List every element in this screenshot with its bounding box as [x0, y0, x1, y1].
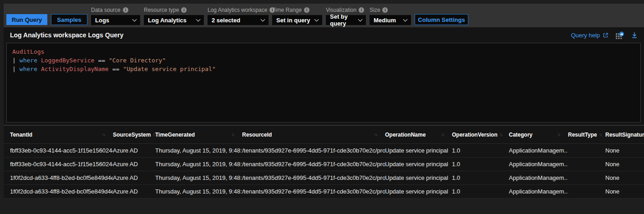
size-label: Size i	[370, 7, 411, 13]
column-header-label: OperationVersion	[452, 132, 497, 138]
results-table: TenantId↑↓SourceSystem↑↓TimeGenerated↑↓R…	[4, 125, 644, 199]
sort-icon: ↑↓	[439, 132, 444, 137]
sort-icon: ↑↓	[372, 132, 377, 137]
time-range-dropdown[interactable]: Set in query	[272, 15, 322, 25]
code-table-name: AuditLogs	[12, 48, 44, 55]
table-row: fbff33eb-0c93-4144-acc5-1f15e1560244Azur…	[4, 158, 644, 171]
code-line-1: AuditLogs	[12, 47, 640, 56]
chevron-down-icon	[261, 17, 265, 21]
table-row: 1f0f2dcd-a633-4ff8-b2ed-bc0f5e849d4eAzur…	[4, 171, 644, 185]
table-cell: 1.0	[452, 188, 509, 195]
query-panel-title: Log Analytics workspace Logs Query	[10, 31, 123, 39]
download-icon[interactable]	[631, 32, 638, 39]
visualization-label-text: Visualization	[326, 7, 356, 13]
data-source-label: Data source i	[91, 7, 140, 13]
info-icon[interactable]: i	[359, 7, 364, 13]
workspace-value: 2 selected	[212, 17, 240, 24]
column-header-resultsignature[interactable]: ResultSignature↑↓	[605, 132, 644, 138]
info-icon[interactable]: i	[382, 7, 388, 13]
data-source-dropdown[interactable]: Logs	[91, 15, 140, 25]
table-cell: ApplicationManagem...	[509, 188, 568, 195]
code-field: ActivityDisplayName	[41, 66, 109, 72]
samples-button[interactable]: Samples	[51, 14, 87, 25]
sort-icon: ↑↓	[151, 132, 155, 137]
table-cell: Thursday, August 15, 2019, 9:48:...	[155, 174, 242, 181]
table-row: fbff33eb-0c93-4144-acc5-1f15e1560244Azur…	[4, 144, 644, 158]
table-cell: None	[605, 161, 644, 168]
data-source-value: Logs	[95, 17, 109, 24]
column-header-timegenerated[interactable]: TimeGenerated↑↓	[155, 132, 242, 138]
table-cell: ApplicationManagem...	[509, 147, 568, 154]
column-header-category[interactable]: Category↑↓	[509, 132, 568, 138]
size-field: Size i Medium	[370, 7, 411, 25]
table-cell: Azure AD	[113, 161, 155, 168]
table-cell: ApplicationManagem...	[509, 161, 568, 168]
query-panel-header: Log Analytics workspace Logs Query Query…	[4, 27, 644, 43]
chevron-down-icon	[403, 17, 408, 21]
column-header-label: OperationName	[385, 132, 426, 138]
code-operator: ==	[112, 66, 120, 72]
table-cell: /tenants/935d927e-6995-4dd5-971f-cde3c0b…	[242, 161, 385, 168]
table-cell: Thursday, August 15, 2019, 9:48:...	[155, 147, 242, 154]
code-string: "Update service principal"	[123, 66, 216, 72]
resource-type-label: Resource type i	[144, 7, 204, 13]
column-header-label: TenantId	[10, 132, 32, 138]
info-icon[interactable]: i	[181, 7, 187, 13]
table-cell: Thursday, August 15, 2019, 9:48:...	[155, 161, 242, 168]
query-help-link[interactable]: Query help	[571, 32, 609, 39]
resource-type-field: Resource type i Log Analytics	[144, 7, 204, 25]
resource-type-label-text: Resource type	[144, 7, 179, 13]
time-range-label-text: Time Range	[272, 7, 302, 13]
visualization-field: Visualization i Set by query	[326, 7, 366, 25]
code-operator: ==	[98, 57, 105, 64]
chevron-down-icon	[132, 17, 137, 21]
resource-type-dropdown[interactable]: Log Analytics	[144, 15, 204, 25]
column-header-resourceid[interactable]: ResourceId↑↓	[242, 132, 385, 138]
table-cell: ApplicationManagem...	[509, 174, 568, 181]
code-line-2: |whereLoggedByService=="Core Directory"	[12, 56, 640, 65]
size-dropdown[interactable]: Medium	[370, 15, 411, 25]
sort-icon: ↑↓	[497, 132, 502, 137]
workspace-dropdown[interactable]: 2 selected	[208, 15, 269, 25]
column-header-resulttype[interactable]: ResultType↑↓	[568, 132, 605, 138]
table-cell: 1.0	[452, 161, 509, 168]
data-source-label-text: Data source	[91, 7, 121, 13]
time-range-label: Time Range i	[272, 7, 322, 13]
column-header-label: Category	[509, 132, 532, 138]
column-header-label: SourceSystem	[113, 132, 151, 138]
column-header-sourcesystem[interactable]: SourceSystem↑↓	[113, 132, 155, 138]
kql-query-editor[interactable]: AuditLogs |whereLoggedByService=="Core D…	[6, 43, 641, 122]
workspace-label-text: Log Analytics workspace	[208, 7, 267, 13]
table-body: fbff33eb-0c93-4144-acc5-1f15e1560244Azur…	[4, 144, 644, 199]
table-cell: fbff33eb-0c93-4144-acc5-1f15e1560244	[10, 161, 113, 168]
table-cell: /tenants/935d927e-6995-4dd5-971f-cde3c0b…	[242, 188, 385, 195]
resource-type-value: Log Analytics	[148, 17, 187, 24]
column-header-operationversion[interactable]: OperationVersion↑↓	[452, 132, 509, 138]
table-cell: Azure AD	[113, 188, 155, 195]
column-settings-button[interactable]: Column Settings	[415, 14, 468, 25]
column-header-label: TimeGenerated	[155, 132, 195, 138]
column-header-label: ResourceId	[242, 132, 272, 138]
run-query-button[interactable]: Run Query	[6, 14, 47, 25]
size-value: Medium	[374, 17, 396, 24]
data-source-field: Data source i Logs	[91, 7, 140, 25]
table-cell: 1f0f2dcd-a633-4ff8-b2ed-bc0f5e849d4e	[10, 174, 113, 181]
time-range-value: Set in query	[276, 17, 310, 24]
info-icon[interactable]: i	[123, 7, 128, 13]
info-icon[interactable]: i	[304, 7, 309, 13]
table-cell: None	[605, 147, 644, 154]
column-header-operationname[interactable]: OperationName↑↓	[385, 132, 452, 138]
column-header-label: ResultSignature	[605, 132, 644, 138]
visualization-label: Visualization i	[326, 7, 366, 13]
column-header-tenantid[interactable]: TenantId↑↓	[10, 132, 113, 138]
chevron-down-icon	[196, 17, 201, 21]
code-string: "Core Directory"	[109, 57, 166, 64]
external-link-icon	[603, 32, 609, 38]
code-keyword: where	[20, 57, 37, 64]
table-cell: Update service principal	[385, 161, 452, 168]
code-pipe: |	[12, 57, 16, 64]
visualization-dropdown[interactable]: Set by query	[326, 15, 366, 25]
table-cell: /tenants/935d927e-6995-4dd5-971f-cde3c0b…	[242, 147, 385, 154]
log-analytics-icon[interactable]	[615, 31, 624, 39]
size-label-text: Size	[370, 7, 380, 13]
